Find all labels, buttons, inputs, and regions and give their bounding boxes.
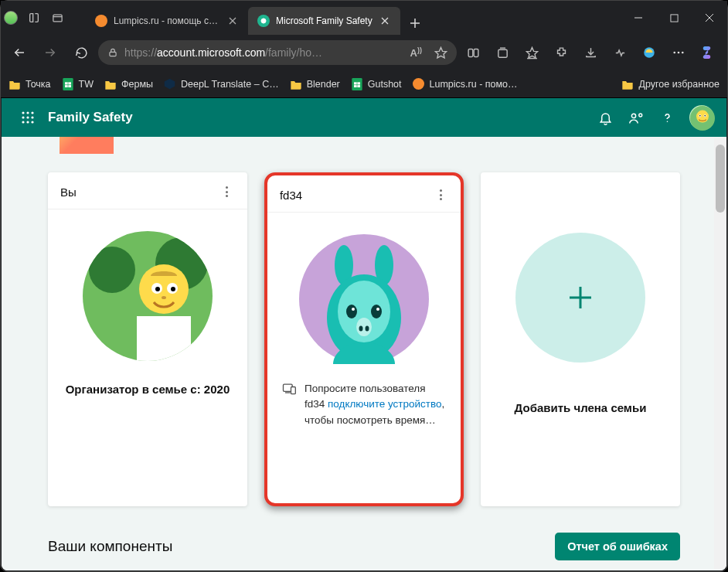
svg-point-74 bbox=[356, 318, 372, 336]
maximize-button[interactable] bbox=[656, 5, 692, 31]
svg-point-42 bbox=[22, 121, 24, 123]
favorite-star-icon[interactable] bbox=[434, 46, 447, 60]
svg-point-46 bbox=[638, 114, 641, 117]
card-title: Вы bbox=[60, 186, 77, 199]
svg-marker-15 bbox=[435, 47, 446, 57]
deepl-icon bbox=[164, 78, 176, 90]
svg-point-70 bbox=[346, 305, 357, 318]
lock-icon bbox=[107, 47, 118, 58]
lumpics-icon bbox=[413, 78, 425, 90]
member-card-you[interactable]: Вы bbox=[48, 172, 247, 506]
workspaces-icon[interactable] bbox=[27, 11, 41, 25]
bookmark-item[interactable]: Точка bbox=[9, 78, 51, 90]
bookmark-item[interactable]: TW bbox=[62, 78, 94, 90]
bookmark-overflow[interactable]: Другое избранное bbox=[621, 78, 719, 90]
browser-tab-active[interactable]: Microsoft Family Safety bbox=[248, 7, 400, 35]
svg-point-25 bbox=[678, 52, 680, 54]
close-tab-icon[interactable] bbox=[379, 15, 391, 27]
svg-rect-79 bbox=[291, 387, 295, 394]
vertical-scrollbar[interactable] bbox=[714, 138, 726, 569]
downloads-icon[interactable] bbox=[577, 39, 604, 66]
add-caption: Добавить члена семьи bbox=[515, 401, 647, 414]
minimize-button[interactable] bbox=[621, 5, 656, 31]
member-avatar bbox=[299, 234, 429, 364]
favorites-icon[interactable] bbox=[519, 39, 545, 66]
svg-rect-58 bbox=[137, 316, 191, 361]
svg-point-75 bbox=[359, 326, 362, 332]
close-window-button[interactable] bbox=[692, 5, 727, 31]
member-card-child[interactable]: fd34 bbox=[264, 172, 464, 506]
folder-icon bbox=[104, 78, 117, 90]
extensions-icon[interactable] bbox=[548, 39, 574, 66]
card-title: fd34 bbox=[280, 189, 302, 202]
svg-marker-20 bbox=[526, 47, 537, 57]
card-menu-icon[interactable] bbox=[219, 184, 235, 199]
svg-point-56 bbox=[89, 247, 135, 293]
favicon-lumpics-icon bbox=[95, 15, 107, 27]
copilot-icon[interactable] bbox=[695, 39, 723, 66]
browser-tab-inactive[interactable]: Lumpics.ru - помощь с компьют bbox=[86, 7, 248, 35]
add-member-card[interactable]: Добавить члена семьи bbox=[481, 172, 680, 506]
bookmark-item[interactable]: Gutshot bbox=[351, 78, 402, 90]
bookmark-item[interactable]: Blender bbox=[290, 78, 340, 90]
svg-rect-14 bbox=[110, 52, 116, 56]
svg-point-73 bbox=[376, 308, 379, 311]
sheets-icon bbox=[351, 78, 363, 90]
bookmark-item[interactable]: DeepL Translate – C… bbox=[164, 78, 279, 90]
user-avatar[interactable] bbox=[689, 105, 714, 130]
bookmark-item[interactable]: Lumpics.ru - помо… bbox=[413, 78, 518, 90]
tab-actions-icon[interactable] bbox=[50, 11, 64, 25]
svg-rect-16 bbox=[468, 49, 473, 56]
scrollbar-thumb[interactable] bbox=[716, 145, 725, 213]
device-icon bbox=[281, 381, 297, 428]
bookmark-label: Blender bbox=[307, 79, 340, 90]
back-button[interactable] bbox=[5, 39, 33, 66]
read-aloud-icon[interactable]: A)) bbox=[410, 46, 422, 59]
bookmark-label: Другое избранное bbox=[638, 79, 719, 90]
close-tab-icon[interactable] bbox=[226, 15, 239, 27]
favicon-family-icon bbox=[257, 15, 270, 27]
url-input[interactable]: https://account.microsoft.com/family/ho…… bbox=[98, 40, 457, 65]
report-errors-button[interactable]: Отчет об ошибках bbox=[555, 533, 680, 560]
new-tab-button[interactable] bbox=[403, 12, 427, 35]
card-caption: Организатор в семье с: 2020 bbox=[48, 383, 247, 396]
folder-icon bbox=[621, 78, 634, 90]
svg-point-52 bbox=[699, 115, 701, 117]
section-title: Ваши компоненты bbox=[48, 538, 172, 555]
plus-icon bbox=[565, 282, 596, 313]
svg-rect-18 bbox=[498, 49, 506, 57]
ie-mode-icon[interactable] bbox=[636, 39, 662, 66]
svg-point-47 bbox=[666, 121, 668, 122]
bookmark-label: TW bbox=[79, 79, 94, 90]
connect-device-link[interactable]: подключите устройство bbox=[328, 398, 442, 410]
bookmark-label: Lumpics.ru - помо… bbox=[430, 79, 518, 90]
refresh-button[interactable] bbox=[67, 39, 95, 66]
svg-point-24 bbox=[673, 52, 675, 54]
help-icon[interactable] bbox=[658, 109, 675, 126]
app-brand: Family Safety bbox=[48, 110, 133, 125]
svg-point-63 bbox=[171, 287, 175, 291]
split-screen-icon[interactable] bbox=[460, 39, 486, 66]
app-launcher-icon[interactable] bbox=[14, 104, 42, 131]
svg-point-43 bbox=[26, 121, 29, 123]
card-menu-icon[interactable] bbox=[433, 187, 448, 203]
svg-point-76 bbox=[365, 326, 369, 332]
more-menu-icon[interactable] bbox=[665, 39, 692, 66]
settings-people-icon[interactable] bbox=[628, 109, 645, 126]
tab-title: Microsoft Family Safety bbox=[276, 15, 373, 26]
member-avatar bbox=[83, 231, 213, 361]
address-bar: https://account.microsoft.com/family/ho…… bbox=[1, 35, 727, 70]
bookmark-label: Фермы bbox=[121, 79, 153, 90]
notifications-icon[interactable] bbox=[597, 109, 614, 126]
bookmark-item[interactable]: Фермы bbox=[104, 78, 153, 90]
collections-icon[interactable] bbox=[489, 39, 515, 66]
performance-icon[interactable] bbox=[607, 39, 633, 66]
profile-avatar-mini[interactable] bbox=[4, 11, 18, 25]
app-header: Family Safety bbox=[2, 98, 726, 137]
svg-point-71 bbox=[371, 305, 382, 318]
svg-point-38 bbox=[31, 111, 33, 114]
titlebar: Lumpics.ru - помощь с компьют Microsoft … bbox=[1, 1, 727, 35]
svg-point-36 bbox=[22, 111, 24, 114]
folder-icon bbox=[290, 78, 302, 90]
forward-button[interactable] bbox=[36, 39, 64, 66]
